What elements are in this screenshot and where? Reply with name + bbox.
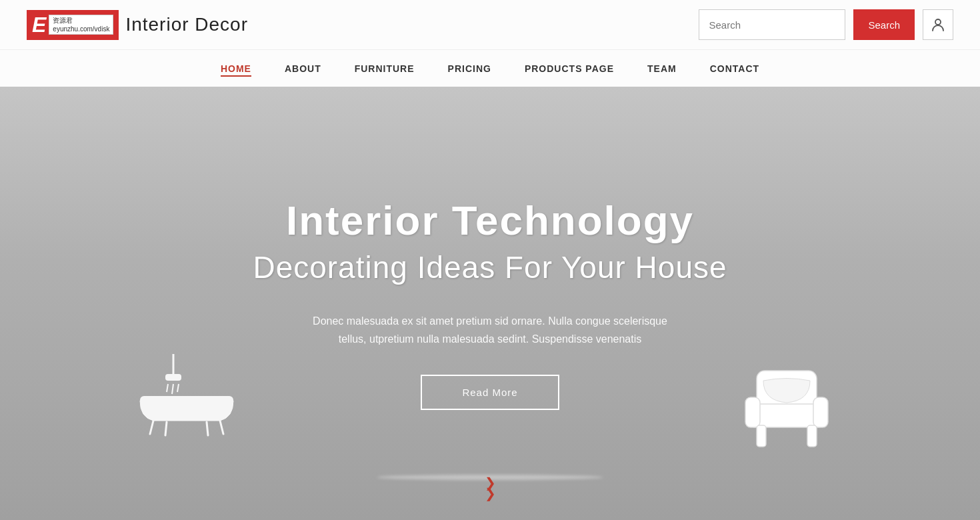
svg-line-3	[172, 384, 173, 394]
bath-illustration	[133, 351, 240, 440]
nav-item-home[interactable]: HOME	[221, 61, 251, 77]
nav-item-team[interactable]: TEAM	[647, 61, 677, 77]
nav-item-products[interactable]: PRODUCTS PAGE	[525, 61, 614, 77]
logo-badge-e: E	[32, 13, 46, 37]
svg-rect-1	[165, 374, 181, 381]
svg-rect-13	[813, 397, 828, 427]
logo-watermark: 资源君 eyunzhu.com/vdisk	[49, 15, 113, 35]
svg-line-9	[220, 421, 223, 434]
hero-content: Interior Technology Decorating Ideas For…	[253, 197, 727, 410]
user-account-button[interactable]	[923, 9, 953, 40]
svg-line-6	[150, 421, 153, 434]
svg-point-16	[935, 19, 941, 25]
svg-rect-5	[140, 396, 233, 404]
hero-description: Donec malesuada ex sit amet pretium sid …	[303, 312, 677, 348]
armchair-illustration	[740, 364, 833, 453]
svg-rect-15	[807, 425, 817, 447]
nav-item-furniture[interactable]: FURNITURE	[355, 61, 415, 77]
site-name: Interior Decor	[125, 14, 248, 35]
scroll-down-icon[interactable]: ❯ ❯	[485, 476, 496, 500]
logo-area: E 资源君 eyunzhu.com/vdisk Interior Decor	[27, 10, 248, 40]
hero-title-sub: Decorating Ideas For Your House	[253, 249, 727, 285]
main-navigation: HOME ABOUT FURNITURE PRICING PRODUCTS PA…	[0, 50, 980, 87]
svg-line-4	[177, 384, 179, 392]
hero-title-main: Interior Technology	[253, 197, 727, 244]
svg-line-7	[165, 422, 167, 435]
read-more-button[interactable]: Read More	[421, 375, 559, 410]
search-button[interactable]: Search	[853, 9, 915, 40]
svg-line-8	[207, 422, 208, 435]
svg-rect-14	[757, 425, 766, 447]
svg-rect-12	[745, 397, 760, 427]
svg-rect-11	[750, 404, 823, 427]
nav-item-pricing[interactable]: PRICING	[448, 61, 491, 77]
header-top-bar: E 资源君 eyunzhu.com/vdisk Interior Decor S…	[0, 0, 980, 50]
svg-line-2	[167, 384, 168, 392]
site-header: E 资源君 eyunzhu.com/vdisk Interior Decor S…	[0, 0, 980, 87]
nav-item-about[interactable]: ABOUT	[285, 61, 321, 77]
header-search-area: Search	[699, 9, 953, 40]
search-input[interactable]	[699, 9, 845, 40]
user-icon	[931, 17, 945, 32]
nav-item-contact[interactable]: CONTACT	[710, 61, 759, 77]
